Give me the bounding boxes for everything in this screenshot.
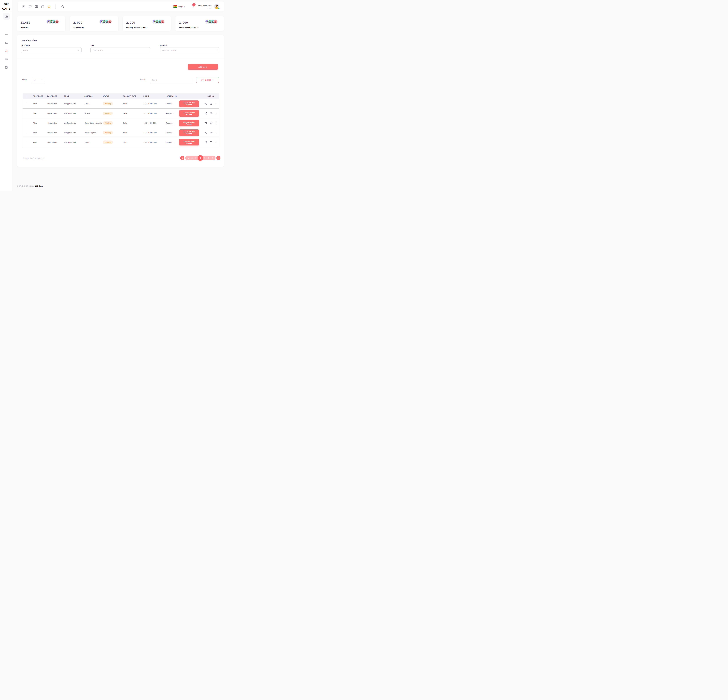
sidebar-item-users[interactable] bbox=[5, 49, 8, 53]
language-label[interactable]: English bbox=[178, 6, 185, 7]
col-header-account-type: ACCOUNT TYPE bbox=[123, 95, 143, 97]
user-name-select[interactable]: Alfred bbox=[21, 47, 82, 53]
location-value: 24 Street, Glasgow bbox=[162, 49, 176, 51]
kebab-menu-icon[interactable] bbox=[215, 131, 217, 134]
chevron-down-icon bbox=[212, 79, 214, 81]
cell-last-name: Opare Saforo bbox=[48, 122, 64, 124]
send-icon[interactable] bbox=[205, 122, 207, 124]
eye-icon[interactable] bbox=[209, 102, 212, 105]
mail-icon[interactable] bbox=[35, 5, 38, 8]
sidebar-item-home[interactable] bbox=[3, 13, 10, 20]
pagination-next-button[interactable] bbox=[217, 156, 220, 160]
page-button-5[interactable]: 5 bbox=[203, 157, 207, 159]
approve-seller-button[interactable]: Approve Seller Account bbox=[179, 110, 199, 117]
sidebar-item-more[interactable] bbox=[5, 33, 8, 36]
page-button-4-active[interactable]: 4 bbox=[198, 155, 203, 161]
col-header-action: ACTION bbox=[202, 95, 219, 97]
page-button-2[interactable]: 2 bbox=[190, 157, 194, 159]
row-checkbox[interactable] bbox=[26, 122, 26, 124]
notification-badge: 4 bbox=[192, 3, 195, 6]
ghana-flag-icon[interactable] bbox=[173, 5, 177, 8]
kebab-menu-icon[interactable] bbox=[215, 141, 217, 143]
user-info: Gertrude Barton Admin bbox=[198, 4, 212, 9]
calendar-icon[interactable] bbox=[41, 5, 44, 8]
row-checkbox[interactable] bbox=[26, 102, 26, 105]
avatar bbox=[108, 20, 112, 24]
check-square-icon[interactable] bbox=[22, 5, 26, 8]
star-icon[interactable] bbox=[47, 5, 51, 8]
eye-icon[interactable] bbox=[209, 141, 212, 144]
page-button-3[interactable]: 3 bbox=[194, 157, 198, 159]
table-row: Alfred Opare Saforo alfy@gmail.com Niger… bbox=[23, 108, 219, 118]
notifications-button[interactable]: 4 bbox=[191, 5, 195, 8]
search-filter-title: Search & Filter bbox=[22, 39, 37, 42]
show-label: Show bbox=[22, 79, 26, 81]
row-checkbox[interactable] bbox=[26, 113, 26, 114]
kebab-menu-icon[interactable] bbox=[215, 112, 217, 115]
eye-icon[interactable] bbox=[209, 121, 212, 124]
show-page-size-select[interactable]: 10 bbox=[32, 77, 45, 83]
sidebar: 20K CARS bbox=[0, 0, 13, 191]
cell-national-id: Passport bbox=[166, 103, 179, 104]
approve-seller-button[interactable]: Approve Seller Account bbox=[179, 130, 199, 136]
add-users-button[interactable]: Add users bbox=[188, 64, 218, 69]
page-button-7[interactable]: 7 bbox=[211, 157, 214, 159]
location-select[interactable]: 24 Street, Glasgow bbox=[160, 47, 220, 53]
cell-phone: +233 00 000 0000 bbox=[144, 113, 166, 114]
eye-icon[interactable] bbox=[209, 112, 212, 115]
cell-email: alfy@gmail.com bbox=[64, 122, 85, 124]
row-checkbox[interactable] bbox=[26, 141, 26, 143]
online-status-dot bbox=[218, 8, 220, 9]
sidebar-item-reports[interactable] bbox=[5, 66, 8, 69]
approve-seller-button[interactable]: Approve Seller Account bbox=[179, 120, 199, 126]
status-badge: Pending bbox=[103, 121, 113, 125]
send-icon[interactable] bbox=[205, 131, 207, 134]
select-all-checkbox[interactable] bbox=[26, 95, 26, 97]
cell-phone: +233 00 000 0000 bbox=[144, 141, 166, 143]
status-badge: Pending bbox=[103, 102, 113, 105]
pagination-prev-button[interactable] bbox=[180, 156, 184, 160]
export-button[interactable]: Export bbox=[196, 77, 219, 83]
page-button-1[interactable]: 1 bbox=[186, 157, 190, 159]
table-search-input[interactable] bbox=[152, 79, 191, 81]
col-header-status: STATUS bbox=[103, 95, 123, 97]
stat-label: Pending Seller Accounts bbox=[126, 26, 168, 29]
cell-phone: +233 00 000 0000 bbox=[144, 132, 166, 134]
row-checkbox[interactable] bbox=[26, 131, 26, 134]
cell-account-type: Seller bbox=[123, 122, 144, 124]
topbar-icon-group bbox=[22, 4, 64, 9]
cell-first-name: Alfred bbox=[33, 141, 48, 143]
kebab-menu-icon[interactable] bbox=[215, 122, 217, 124]
approve-seller-button[interactable]: Approve Seller Account bbox=[179, 139, 199, 146]
chat-icon[interactable] bbox=[29, 5, 32, 8]
chevron-down-icon bbox=[215, 49, 217, 51]
car-icon bbox=[5, 41, 8, 45]
sidebar-item-cars[interactable] bbox=[5, 41, 8, 45]
cell-address: Ghana bbox=[85, 141, 103, 143]
search-icon[interactable] bbox=[61, 5, 64, 8]
cell-first-name: Alfred bbox=[33, 103, 48, 104]
brand-line2: CARS bbox=[0, 6, 13, 11]
eye-icon[interactable] bbox=[209, 131, 212, 134]
stat-label: Active Seller Accounts bbox=[179, 26, 220, 29]
page-button-6[interactable]: 6 bbox=[207, 157, 211, 159]
stat-card-active-users: 2, 000 Active Users bbox=[70, 16, 118, 31]
send-icon[interactable] bbox=[205, 112, 207, 115]
cell-phone: +233 00 000 0000 bbox=[144, 103, 166, 104]
col-header-last-name: LAST NAME bbox=[47, 95, 64, 97]
cell-address: Nigeria bbox=[85, 113, 103, 114]
cell-national-id: Passport bbox=[166, 113, 179, 114]
approve-seller-button[interactable]: Approve Seller Account bbox=[179, 101, 199, 107]
brand-line1: 20K bbox=[0, 2, 13, 6]
cell-account-type: Seller bbox=[123, 113, 144, 114]
stat-label: Active Users bbox=[74, 26, 115, 29]
send-icon[interactable] bbox=[205, 141, 207, 144]
sidebar-item-payments[interactable] bbox=[5, 58, 8, 61]
send-icon[interactable] bbox=[205, 102, 207, 105]
entries-summary: Showing 1 to 7 of 100 entries bbox=[23, 157, 45, 159]
user-avatar[interactable] bbox=[214, 4, 220, 9]
col-header-email: EMAIL bbox=[64, 95, 84, 97]
user-name-label: User Name bbox=[22, 45, 30, 46]
date-input[interactable] bbox=[92, 49, 148, 51]
kebab-menu-icon[interactable] bbox=[215, 102, 217, 105]
